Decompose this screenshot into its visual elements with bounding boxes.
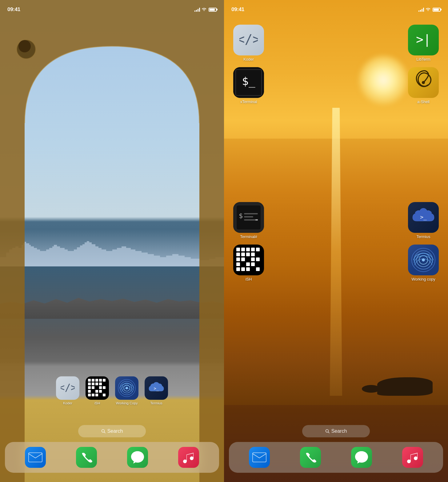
dock-messages[interactable] bbox=[127, 447, 148, 468]
right-row-1: </> Koder >| LibTerm bbox=[233, 25, 439, 62]
right-ish2-label: iSH bbox=[246, 277, 252, 282]
messages-icon-img bbox=[127, 447, 148, 468]
right-libterm-icon: >| bbox=[408, 25, 439, 55]
svg-rect-11 bbox=[99, 383, 102, 385]
right-app-libterm[interactable]: >| LibTerm bbox=[408, 25, 439, 62]
svg-rect-44 bbox=[255, 219, 258, 221]
left-phone: 09:41 </> Koder bbox=[0, 0, 224, 482]
search-icon bbox=[101, 429, 106, 433]
svg-rect-4 bbox=[92, 379, 94, 382]
dock-mail[interactable] bbox=[25, 447, 46, 468]
svg-rect-57 bbox=[251, 257, 255, 261]
right-app-xterminal[interactable]: $_ xTerminal bbox=[233, 67, 264, 104]
svg-rect-21 bbox=[95, 394, 98, 396]
left-time: 09:41 bbox=[7, 6, 20, 13]
right-app-workingcopy2[interactable]: Working copy bbox=[408, 245, 439, 282]
svg-rect-50 bbox=[256, 248, 260, 251]
svg-rect-55 bbox=[236, 257, 240, 261]
svg-rect-64 bbox=[246, 267, 250, 271]
app-workingcopy[interactable]: Working Copy bbox=[115, 376, 138, 405]
right-search-icon bbox=[325, 429, 330, 433]
right-messages-icon bbox=[351, 447, 372, 468]
svg-rect-19 bbox=[88, 394, 91, 396]
left-status-bar: 09:41 bbox=[0, 0, 224, 15]
right-dock-messages[interactable] bbox=[351, 447, 372, 468]
svg-rect-51 bbox=[236, 253, 240, 256]
svg-line-72 bbox=[328, 432, 329, 433]
app-termius[interactable]: >_ Termius bbox=[145, 376, 168, 405]
left-background bbox=[0, 0, 224, 482]
right-time: 09:41 bbox=[231, 6, 244, 13]
svg-rect-53 bbox=[246, 253, 250, 256]
right-search-text: Search bbox=[331, 428, 347, 434]
svg-rect-42 bbox=[244, 216, 253, 217]
right-wifi-icon bbox=[426, 7, 431, 12]
svg-text:$: $ bbox=[239, 212, 243, 220]
svg-rect-18 bbox=[99, 390, 102, 393]
svg-rect-61 bbox=[251, 262, 255, 266]
svg-rect-54 bbox=[251, 253, 255, 256]
dock-music[interactable] bbox=[178, 447, 199, 468]
right-status-icons bbox=[418, 7, 441, 12]
right-app-grid: </> Koder >| LibTerm bbox=[224, 25, 448, 287]
svg-rect-48 bbox=[246, 248, 250, 251]
right-app-koder[interactable]: </> Koder bbox=[233, 25, 264, 62]
svg-rect-14 bbox=[99, 386, 102, 389]
dock-phone[interactable] bbox=[76, 447, 97, 468]
svg-rect-49 bbox=[251, 248, 255, 251]
workingcopy-icon-img bbox=[115, 376, 138, 400]
svg-rect-62 bbox=[236, 267, 240, 271]
svg-rect-52 bbox=[241, 253, 245, 256]
left-search-bar[interactable]: Search bbox=[78, 425, 146, 437]
right-dock-phone[interactable] bbox=[300, 447, 321, 468]
svg-text:>_: >_ bbox=[154, 386, 159, 391]
right-ashell-label: a-Shell bbox=[417, 99, 430, 104]
right-dock-mail[interactable] bbox=[249, 447, 270, 468]
svg-line-30 bbox=[104, 432, 105, 433]
wifi-icon bbox=[202, 7, 207, 12]
svg-rect-6 bbox=[99, 379, 102, 382]
right-phone-icon bbox=[300, 447, 321, 468]
svg-rect-47 bbox=[241, 248, 245, 251]
svg-text:</>: </> bbox=[61, 382, 75, 393]
svg-rect-63 bbox=[241, 267, 245, 271]
svg-rect-73 bbox=[253, 453, 266, 462]
svg-rect-58 bbox=[256, 257, 260, 261]
svg-text:>_: >_ bbox=[420, 214, 427, 220]
svg-rect-5 bbox=[95, 379, 98, 382]
svg-rect-15 bbox=[103, 386, 106, 389]
left-search-text: Search bbox=[107, 428, 123, 434]
right-xterminal-label: xTerminal bbox=[240, 99, 257, 104]
right-ashell-icon bbox=[408, 67, 439, 98]
svg-point-27 bbox=[126, 387, 128, 389]
right-app-termius2[interactable]: >_ Termius bbox=[408, 202, 439, 239]
right-dock-music[interactable] bbox=[402, 447, 423, 468]
right-app-ashell[interactable]: a-Shell bbox=[408, 67, 439, 104]
svg-rect-20 bbox=[92, 394, 94, 396]
svg-rect-12 bbox=[88, 386, 91, 389]
svg-rect-8 bbox=[88, 383, 91, 385]
left-status-icons bbox=[194, 7, 217, 12]
svg-rect-16 bbox=[88, 390, 91, 393]
svg-rect-43 bbox=[244, 219, 256, 221]
svg-rect-22 bbox=[103, 394, 106, 396]
svg-rect-9 bbox=[92, 383, 94, 385]
right-libterm-label: LibTerm bbox=[416, 57, 430, 62]
right-battery-icon bbox=[433, 8, 441, 12]
right-workingcopy2-label: Working copy bbox=[411, 277, 435, 282]
right-app-ish2[interactable]: iSH bbox=[233, 245, 264, 282]
right-app-terminalhash[interactable]: $ Terminal# bbox=[233, 202, 264, 239]
termius-icon-img: >_ bbox=[145, 376, 168, 400]
right-workingcopy-icon bbox=[408, 245, 439, 275]
right-search-bar[interactable]: Search bbox=[302, 425, 370, 437]
right-signal-icon bbox=[418, 8, 424, 12]
workingcopy-label: Working Copy bbox=[116, 401, 138, 405]
svg-rect-10 bbox=[95, 383, 98, 385]
right-phone: 09:41 </> bbox=[224, 0, 448, 482]
svg-rect-46 bbox=[236, 248, 240, 251]
svg-rect-17 bbox=[95, 390, 98, 393]
svg-rect-7 bbox=[103, 379, 106, 382]
phone-icon-img bbox=[76, 447, 97, 468]
app-ish[interactable]: iSH bbox=[86, 376, 109, 405]
app-koder[interactable]: </> Koder bbox=[56, 376, 79, 405]
